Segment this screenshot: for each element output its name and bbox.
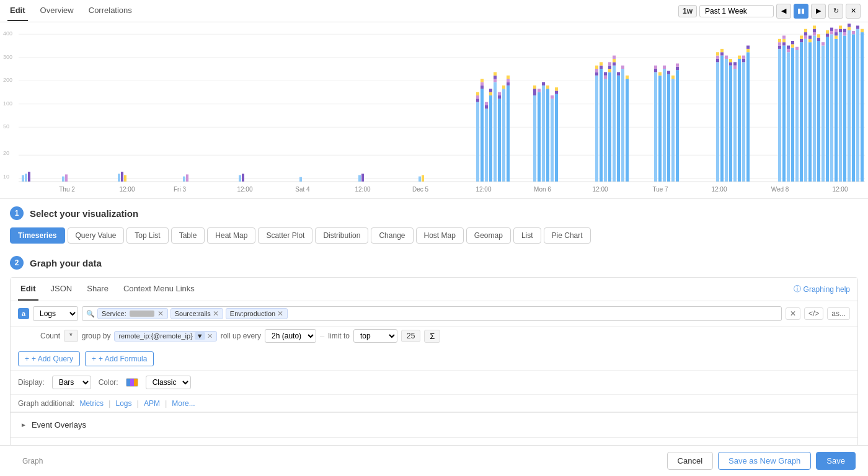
svg-rect-73 <box>595 72 598 75</box>
step2-header: 2 Graph your data <box>10 256 858 270</box>
viz-scatter-plot[interactable]: Scatter Plot <box>258 227 312 244</box>
viz-heat-map[interactable]: Heat Map <box>207 227 255 244</box>
time-pause-button[interactable]: ▮▮ <box>794 4 808 19</box>
svg-rect-185 <box>848 27 851 30</box>
clear-query-button[interactable]: ✕ <box>786 307 800 320</box>
search-box[interactable]: 🔍 Service: ✕ Source:rails ✕ Env:producti… <box>82 306 782 321</box>
sigma-button[interactable]: Σ <box>424 330 440 343</box>
graph-additional-metrics[interactable]: Metrics <box>79 399 104 408</box>
svg-rect-102 <box>663 66 666 69</box>
svg-rect-20 <box>121 172 123 182</box>
svg-rect-66 <box>546 86 549 89</box>
chart-area: 400 300 200 100 50 20 10 <box>0 22 868 199</box>
svg-text:300: 300 <box>3 54 12 60</box>
display-type-select[interactable]: Bars Lines Area <box>52 376 91 389</box>
svg-text:Dec 5: Dec 5 <box>412 186 428 193</box>
svg-rect-147 <box>795 50 799 182</box>
svg-rect-111 <box>716 59 719 62</box>
tab-edit[interactable]: Edit <box>7 1 28 21</box>
svg-rect-60 <box>533 86 536 89</box>
graph-tab-edit[interactable]: Edit <box>18 278 38 301</box>
save-as-new-graph-button[interactable]: Save as New Graph <box>718 452 811 470</box>
query-actions: ✕ </> as... <box>786 307 850 320</box>
svg-rect-41 <box>485 102 488 105</box>
svg-rect-143 <box>787 46 790 49</box>
svg-rect-189 <box>856 29 859 182</box>
viz-geomap[interactable]: Geomap <box>466 227 511 244</box>
viz-table[interactable]: Table <box>171 227 205 244</box>
graph-additional-more[interactable]: More... <box>172 399 195 408</box>
tab-overview[interactable]: Overview <box>38 1 76 21</box>
graph-tab-share[interactable]: Share <box>84 278 111 301</box>
accordion-event-overlays-header[interactable]: ► Event Overlays <box>11 413 857 437</box>
svg-rect-63 <box>542 86 545 182</box>
graph-tab-context[interactable]: Context Menu Links <box>121 278 197 301</box>
svg-rect-57 <box>507 76 510 79</box>
viz-change[interactable]: Change <box>371 227 413 244</box>
filter-env-remove[interactable]: ✕ <box>277 309 283 318</box>
add-query-button[interactable]: + + Add Query <box>18 351 80 366</box>
viz-pie-chart[interactable]: Pie Chart <box>544 227 591 244</box>
cancel-button[interactable]: Cancel <box>667 452 713 470</box>
time-prev-button[interactable]: ◀ <box>776 4 791 19</box>
svg-rect-140 <box>782 35 786 38</box>
datasource-select[interactable]: Logs Metrics APM <box>33 306 78 321</box>
svg-rect-49 <box>498 99 501 182</box>
svg-rect-44 <box>489 89 492 92</box>
svg-rect-51 <box>498 92 501 95</box>
count-value: * <box>64 330 78 342</box>
save-button[interactable]: Save <box>816 452 856 470</box>
graphing-help-link[interactable]: ⓘ Graphing help <box>794 284 850 294</box>
tab-correlations[interactable]: Correlations <box>86 1 135 21</box>
svg-rect-74 <box>595 69 598 72</box>
step1-header: 1 Select your visualization <box>10 206 858 220</box>
svg-text:50: 50 <box>3 123 9 130</box>
filter-source-remove[interactable]: ✕ <box>213 309 219 318</box>
more-options-button[interactable]: as... <box>827 307 850 320</box>
graph-additional-label: Graph additional: <box>18 399 74 408</box>
step1-number: 1 <box>10 206 24 220</box>
footer: Graph Cancel Save as New Graph Save <box>0 445 868 476</box>
viz-query-value[interactable]: Query Value <box>68 227 125 244</box>
group-by-dropdown[interactable]: ▼ <box>195 332 205 340</box>
svg-rect-62 <box>538 89 541 92</box>
svg-rect-27 <box>358 175 361 182</box>
svg-text:Thu 2: Thu 2 <box>59 186 75 193</box>
plus-formula-icon: + <box>92 355 96 363</box>
svg-rect-148 <box>795 47 799 50</box>
svg-rect-116 <box>720 49 724 52</box>
roll-up-select[interactable]: 2h (auto) 1h 30m <box>265 329 316 343</box>
svg-rect-81 <box>604 72 607 75</box>
svg-rect-154 <box>804 32 807 35</box>
svg-rect-79 <box>604 79 607 182</box>
graph-additional-logs[interactable]: Logs <box>115 399 131 408</box>
code-button[interactable]: </> <box>804 307 823 320</box>
svg-rect-128 <box>742 59 745 62</box>
time-close-button[interactable]: ✕ <box>846 4 861 19</box>
svg-rect-89 <box>613 56 616 59</box>
svg-rect-162 <box>813 25 816 29</box>
add-formula-button[interactable]: + + Add Formula <box>85 351 154 366</box>
graph-additional-apm[interactable]: APM <box>144 399 160 408</box>
svg-rect-70 <box>555 90 558 94</box>
svg-rect-65 <box>546 89 549 182</box>
svg-rect-115 <box>720 52 724 55</box>
svg-rect-15 <box>25 174 27 182</box>
limit-dir-select[interactable]: top bottom <box>353 329 397 343</box>
svg-rect-114 <box>720 56 724 182</box>
time-next-button[interactable]: ▶ <box>811 4 826 19</box>
group-by-remove[interactable]: ✕ <box>207 332 213 340</box>
viz-timeseries[interactable]: Timeseries <box>10 227 65 244</box>
count-label: Count <box>40 332 60 340</box>
viz-host-map[interactable]: Host Map <box>416 227 464 244</box>
svg-rect-112 <box>716 56 719 59</box>
viz-list[interactable]: List <box>513 227 541 244</box>
time-range-select[interactable]: Past 1 Week Past 1 Hour Past 4 Hours Pas… <box>699 5 774 17</box>
filter-service-remove[interactable]: ✕ <box>157 309 164 318</box>
viz-top-list[interactable]: Top List <box>126 227 168 244</box>
graph-tab-json[interactable]: JSON <box>48 278 75 301</box>
svg-text:100: 100 <box>3 100 12 107</box>
time-refresh-button[interactable]: ↻ <box>828 4 843 19</box>
viz-distribution[interactable]: Distribution <box>315 227 368 244</box>
color-type-select[interactable]: Classic Cool Warm <box>146 376 191 389</box>
